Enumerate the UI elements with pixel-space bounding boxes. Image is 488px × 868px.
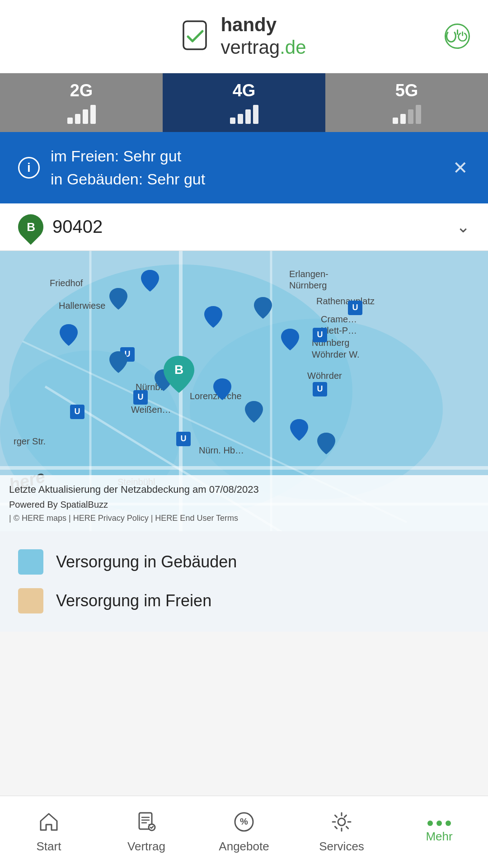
map-label-hallerwiese: Hallerwiese <box>59 301 105 311</box>
services-icon <box>331 811 352 836</box>
tab-2g[interactable]: 2G <box>0 73 163 132</box>
nav-label-mehr: Mehr <box>426 830 452 844</box>
map-center-pin: B <box>163 355 195 394</box>
legend-color-outdoor <box>18 588 43 613</box>
nav-label-services: Services <box>319 840 364 854</box>
legend-item-outdoor: Versorgung im Freien <box>18 588 470 613</box>
logo: handy vertrag.de <box>182 14 306 59</box>
info-icon: i <box>18 157 40 179</box>
svg-text:%: % <box>240 816 248 826</box>
svg-text:B: B <box>174 363 183 377</box>
map-pin-10 <box>244 400 264 424</box>
underground-marker-7: U <box>348 301 362 315</box>
map-attribution: Letzte Aktualisierung der Netzabdeckung … <box>0 475 488 531</box>
app-header: handy vertrag.de <box>0 0 488 73</box>
logo-brand-text: handy <box>221 14 306 36</box>
underground-marker-4: U <box>176 432 191 446</box>
dot-3 <box>446 821 451 826</box>
map-label-weissen: Weißen… <box>131 405 171 415</box>
underground-marker-3: U <box>133 390 148 405</box>
map-pin-6 <box>108 350 128 374</box>
map-area[interactable]: Friedhof Hallerwiese Erlangen- Nürnberg … <box>0 251 488 531</box>
map-pin-3 <box>203 305 223 329</box>
legend-item-buildings: Versorgung in Gebäuden <box>18 549 470 575</box>
nav-item-services[interactable]: Services <box>293 796 390 868</box>
legend-color-buildings <box>18 549 43 575</box>
map-label-nurnberg: Nürnberg <box>289 280 327 291</box>
map-pin-11 <box>289 418 309 442</box>
map-label-wohrder: Wöhrder W. <box>312 349 360 360</box>
location-pin: B <box>13 209 48 245</box>
svg-point-17 <box>338 818 345 826</box>
nav-label-start: Start <box>37 840 61 854</box>
underground-marker-5: U <box>313 328 327 342</box>
map-label-nurnhb: Nürn. Hb… <box>199 445 244 456</box>
dot-1 <box>427 821 433 826</box>
underground-marker-6: U <box>313 382 327 396</box>
legend-label-buildings: Versorgung in Gebäuden <box>56 552 237 571</box>
network-tabs: 2G 4G 5G <box>0 73 488 132</box>
info-close-button[interactable]: ✕ <box>451 156 470 180</box>
dot-2 <box>436 821 442 826</box>
map-label-cramer: Crame… <box>321 314 357 325</box>
logo-tld-text: vertrag.de <box>221 36 306 59</box>
nav-label-vertrag: Vertrag <box>127 840 165 854</box>
location-code: 90402 <box>52 217 447 237</box>
location-dropdown-button[interactable]: ⌄ <box>456 217 470 236</box>
map-pin-1 <box>140 269 160 292</box>
signal-bars-5g <box>393 104 421 124</box>
more-icon <box>427 821 451 826</box>
map-pin-2 <box>108 287 128 311</box>
map-label-rathenauplatz: Rathenauplatz <box>316 296 375 307</box>
tab-5g[interactable]: 5G <box>325 73 488 132</box>
map-pin-9 <box>212 377 232 401</box>
map-label-rger: rger Str. <box>14 436 46 447</box>
home-icon <box>38 811 60 836</box>
map-pin-12 <box>316 432 336 455</box>
nav-item-angebote[interactable]: % Angebote <box>195 796 293 868</box>
underground-marker-2: U <box>70 405 84 419</box>
map-label-erlangen: Erlangen- <box>289 269 328 279</box>
tab-4g[interactable]: 4G <box>163 73 325 132</box>
signal-bars-4g <box>230 104 258 124</box>
contract-icon <box>136 811 157 836</box>
offers-icon: % <box>233 811 255 836</box>
map-pin-7 <box>59 323 79 347</box>
map-pin-4 <box>253 296 273 320</box>
nav-item-mehr[interactable]: Mehr <box>390 796 488 868</box>
bottom-navigation: Start Vertrag % Angebote <box>0 796 488 868</box>
nav-item-start[interactable]: Start <box>0 796 98 868</box>
nav-item-vertrag[interactable]: Vertrag <box>98 796 195 868</box>
map-label-friedhof: Friedhof <box>50 278 83 288</box>
signal-bars-2g <box>67 104 96 124</box>
map-pin-5 <box>280 328 300 351</box>
logo-icon <box>182 20 213 52</box>
legend-label-outdoor: Versorgung im Freien <box>56 591 211 610</box>
info-banner: i im Freien: Sehr gut in Gebäuden: Sehr … <box>0 132 488 203</box>
map-label-wohrder2: Wöhrder <box>307 371 342 381</box>
info-text: im Freien: Sehr gut in Gebäuden: Sehr gu… <box>51 145 440 191</box>
svg-rect-0 <box>183 21 206 49</box>
location-bar: B 90402 ⌄ <box>0 203 488 251</box>
power-button[interactable] <box>445 24 470 49</box>
legend: Versorgung in Gebäuden Versorgung im Fre… <box>0 531 488 632</box>
nav-label-angebote: Angebote <box>219 840 269 854</box>
